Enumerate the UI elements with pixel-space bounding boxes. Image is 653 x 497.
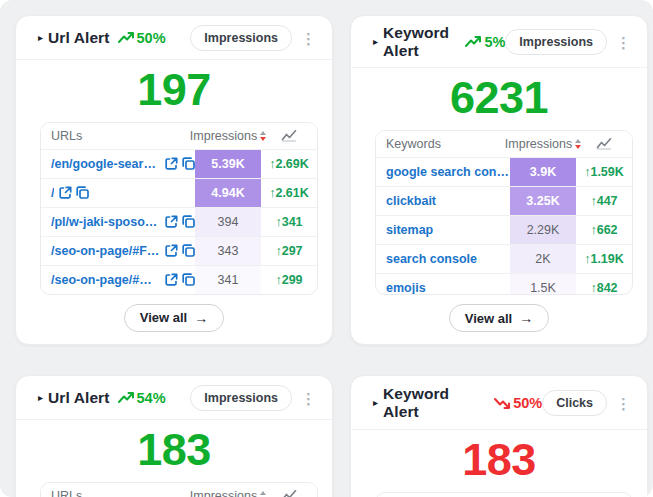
column-header-label[interactable]: Keywords [376, 493, 510, 497]
delta-cell: ↑447 [576, 187, 632, 215]
table-row[interactable]: google search console 3.9K ↑1.59K [376, 157, 632, 186]
value-cell: 341 [195, 266, 261, 294]
card-header: ▸ Url Alert 50% Impressions ⋮ [16, 16, 332, 60]
row-link[interactable]: google search console [386, 165, 510, 179]
table-row[interactable]: sitemap 2.29K ↑662 [376, 215, 632, 244]
card-title: Url Alert [48, 29, 109, 47]
copy-icon[interactable] [182, 244, 195, 257]
column-header-label[interactable]: Keywords [376, 131, 510, 157]
collapse-triangle-icon[interactable]: ▸ [38, 393, 43, 403]
trend-up-icon [118, 32, 135, 44]
arrow-right-icon: → [194, 310, 208, 326]
trend-up-icon [465, 36, 482, 48]
column-header-metric[interactable]: Impressions [195, 483, 261, 497]
table-header-row: Keywords Impressions [376, 131, 632, 157]
external-link-icon[interactable] [165, 215, 178, 228]
data-table: Keywords Clicks [375, 492, 633, 497]
data-table: URLs Impressions [40, 482, 318, 497]
metric-filter-button[interactable]: Impressions [190, 385, 292, 411]
delta-cell: ↑842 [576, 274, 632, 295]
collapse-triangle-icon[interactable]: ▸ [373, 398, 378, 408]
external-link-icon[interactable] [59, 186, 72, 199]
delta-cell: ↑297 [261, 237, 317, 265]
column-header-metric[interactable]: Clicks [510, 493, 576, 497]
dashboard: ▸ Url Alert 50% Impressions ⋮ 197 URLs [0, 0, 653, 497]
table-row[interactable]: /seo-on-page/#Facto... 343 ↑297 [41, 236, 317, 265]
view-all-button[interactable]: View all → [124, 304, 224, 332]
arrow-right-icon: → [519, 310, 533, 326]
delta-cell: ↑1.59K [576, 158, 632, 186]
big-value: 6231 [351, 73, 647, 123]
row-link[interactable]: /seo-on-page/#Facto... [51, 244, 160, 258]
value-cell: 2.29K [510, 216, 576, 244]
view-all-button[interactable]: View all → [449, 304, 549, 332]
delta-cell: ↑1.19K [576, 245, 632, 273]
copy-icon[interactable] [182, 157, 195, 170]
row-link[interactable]: /en/google-search-c... [51, 157, 160, 171]
data-table: URLs Impressions /en/google-search-c... [40, 122, 318, 295]
column-header-metric-label: Impressions [190, 129, 257, 143]
copy-icon[interactable] [182, 215, 195, 228]
kebab-menu-icon[interactable]: ⋮ [612, 394, 635, 413]
table-row[interactable]: emojis 1.5K ↑842 [376, 273, 632, 295]
metric-filter-button[interactable]: Impressions [190, 25, 292, 51]
value-cell: 1.5K [510, 274, 576, 295]
card-header: ▸ Keyword Alert 50% Clicks ⋮ [351, 376, 647, 430]
row-link[interactable]: search console [386, 252, 477, 266]
cards-grid: ▸ Url Alert 50% Impressions ⋮ 197 URLs [15, 15, 648, 497]
alert-card: ▸ Url Alert 50% Impressions ⋮ 197 URLs [15, 15, 333, 345]
row-link[interactable]: emojis [386, 281, 426, 295]
row-link[interactable]: clickbait [386, 194, 436, 208]
data-table: Keywords Impressions google search conso… [375, 130, 633, 295]
column-header-chart[interactable] [261, 483, 317, 497]
kebab-menu-icon[interactable]: ⋮ [612, 33, 635, 52]
column-header-metric[interactable]: Impressions [195, 123, 261, 149]
column-header-chart[interactable] [576, 131, 632, 157]
kebab-menu-icon[interactable]: ⋮ [297, 29, 320, 48]
table-header-row: Keywords Clicks [376, 493, 632, 497]
metric-filter-button[interactable]: Clicks [542, 390, 607, 416]
kebab-menu-icon[interactable]: ⋮ [297, 389, 320, 408]
row-link[interactable]: /pl/w-jaki-sposob-nal... [51, 215, 160, 229]
column-header-chart[interactable] [576, 493, 632, 497]
alert-card: ▸ Url Alert 54% Impressions ⋮ 183 URLs [15, 375, 333, 497]
table-body: google search console 3.9K ↑1.59K clickb… [376, 157, 632, 295]
trend: 54% [118, 390, 166, 406]
external-link-icon[interactable] [165, 157, 178, 170]
collapse-triangle-icon[interactable]: ▸ [38, 33, 43, 43]
row-link[interactable]: sitemap [386, 223, 433, 237]
table-body: /en/google-search-c... 5.39K ↑2.69K / [41, 149, 317, 294]
external-link-icon[interactable] [165, 244, 178, 257]
table-row[interactable]: clickbait 3.25K ↑447 [376, 186, 632, 215]
value-cell: 4.94K [195, 179, 261, 207]
copy-icon[interactable] [182, 273, 195, 286]
view-all-wrap: View all → [351, 304, 647, 332]
delta-cell: ↑662 [576, 216, 632, 244]
trend-percent: 54% [137, 390, 166, 406]
row-link-icons [165, 215, 195, 228]
view-all-label: View all [465, 311, 512, 326]
table-row[interactable]: search console 2K ↑1.19K [376, 244, 632, 273]
row-link[interactable]: / [51, 186, 54, 200]
card-title: Url Alert [48, 389, 109, 407]
table-row[interactable]: /en/google-search-c... 5.39K ↑2.69K [41, 149, 317, 178]
metric-filter-button[interactable]: Impressions [505, 29, 607, 55]
card-header: ▸ Url Alert 54% Impressions ⋮ [16, 376, 332, 420]
column-header-label[interactable]: URLs [41, 123, 195, 149]
card-title: Keyword Alert [383, 24, 457, 60]
table-row[interactable]: /pl/w-jaki-sposob-nal... 394 ↑341 [41, 207, 317, 236]
big-value: 183 [351, 435, 647, 485]
external-link-icon[interactable] [165, 273, 178, 286]
column-header-label[interactable]: URLs [41, 483, 195, 497]
column-header-chart[interactable] [261, 123, 317, 149]
table-row[interactable]: /seo-on-page/#%C2... 341 ↑299 [41, 265, 317, 294]
delta-cell: ↑2.69K [261, 150, 317, 178]
value-cell: 5.39K [195, 150, 261, 178]
collapse-triangle-icon[interactable]: ▸ [373, 37, 378, 47]
table-row[interactable]: / 4.94K ↑2.61K [41, 178, 317, 207]
trend: 5% [465, 34, 505, 50]
row-link-icons [165, 273, 195, 286]
row-link[interactable]: /seo-on-page/#%C2... [51, 273, 160, 287]
column-header-metric[interactable]: Impressions [510, 131, 576, 157]
copy-icon[interactable] [76, 186, 89, 199]
